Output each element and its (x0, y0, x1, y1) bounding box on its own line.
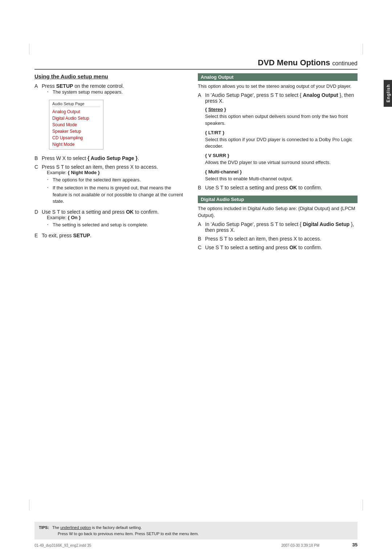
step-e-text: To exit, press SETUP. (42, 233, 91, 238)
footer-date: 2007-03-30 3:39:18 PM (281, 543, 319, 547)
analog-output-bar: Analog Output (198, 73, 358, 81)
step-c-example-line: Example: { Night Mode } (47, 170, 187, 175)
page-number: 35 (352, 542, 358, 547)
step-a-letter: A (34, 83, 40, 152)
step-b-content: Press W X to select { Audio Setup Page }… (42, 155, 187, 161)
content-area: DVD Menu Options continued Using the Aud… (34, 58, 358, 503)
bullet-dot-2: · (47, 176, 50, 183)
tips-line1: The underlined option is the factory def… (52, 525, 142, 530)
step-b-text: Press W X to select { Audio Setup Page }… (42, 155, 139, 161)
margin-line-bottom-right (363, 500, 363, 510)
analog-step-a-letter: A (198, 92, 203, 104)
step-d-text: Use S T to select a setting and press OK… (42, 209, 159, 215)
left-section-heading: Using the Audio setup menu (34, 73, 187, 79)
digital-step-b: B Press S T to select an item, then pres… (198, 236, 358, 242)
example-on: { On } (68, 215, 81, 220)
analog-step-b-text: Use S T to select a setting and press OK… (205, 185, 322, 190)
step-c: C Press S T to select an item, then pres… (34, 164, 187, 206)
ltrt-option: { LT/RT } Select this option if your DVD… (205, 130, 358, 150)
step-d-content: Use S T to select a setting and press OK… (42, 209, 187, 230)
analog-step-a: A In 'Audio Setup Page', press S T to se… (198, 92, 358, 104)
margin-line-top-right (363, 44, 363, 54)
vsurr-text: Allows the DVD player to use virtual sur… (205, 159, 358, 166)
right-column: Analog Output This option allows you to … (198, 73, 358, 253)
margin-line-bottom-left (29, 500, 29, 510)
digital-step-c: C Use S T to select a setting and press … (198, 245, 358, 250)
stereo-text: Select this option when output delivers … (205, 113, 358, 127)
menu-item-1: Analog Output (52, 108, 100, 115)
two-column-layout: Using the Audio setup menu A Press SETUP… (34, 73, 358, 253)
digital-step-a-text: In 'Audio Setup Page', press S T to sele… (205, 221, 354, 233)
footer-file-info: 01-49_dvp3166K_93_eng2.indd 35 (34, 543, 91, 547)
page-title-continued: continued (332, 60, 358, 66)
menu-item-3: Sound Mode (52, 122, 100, 128)
menu-table: Audio Setup Page Analog Output Digital A… (49, 100, 103, 149)
menu-item-5: CD Upsampling (52, 135, 100, 141)
digital-step-c-content: Use S T to select a setting and press OK… (205, 245, 358, 250)
menu-item-4: Speaker Setup (52, 128, 100, 135)
step-a: A Press SETUP on the remote control. · T… (34, 83, 187, 152)
menu-table-header: Audio Setup Page (52, 102, 100, 107)
vsurr-option: { V SURR } Allows the DVD player to use … (205, 153, 358, 166)
multichannel-text: Select this to enable Multi-channel outp… (205, 176, 358, 182)
stereo-option: { Stereo } Select this option when outpu… (205, 107, 358, 127)
step-b-letter: B (34, 155, 40, 161)
digital-step-b-text: Press S T to select an item, then press … (205, 236, 321, 242)
digital-step-b-content: Press S T to select an item, then press … (205, 236, 358, 242)
margin-line-top-left (29, 44, 29, 54)
multichannel-heading: { Multi-channel } (205, 169, 358, 175)
analog-step-b-letter: B (198, 185, 203, 190)
tips-underline: underlined option (60, 525, 91, 530)
page-title: DVD Menu Options continued (34, 58, 358, 70)
digital-step-c-letter: C (198, 245, 203, 250)
vsurr-heading: { V SURR } (205, 153, 358, 158)
digital-intro: The options included in Digital Audio Se… (198, 205, 358, 219)
tips-bar: TIPS: The underlined option is the facto… (34, 522, 358, 539)
tips-line2: Press W to go back to previous menu item… (58, 532, 199, 536)
digital-step-a-content: In 'Audio Setup Page', press S T to sele… (205, 221, 358, 233)
step-a-sub: · The system setup menu appears. (47, 89, 187, 95)
example-night-mode: { Night Mode } (68, 170, 100, 175)
menu-item-2: Digital Audio Setup (52, 115, 100, 122)
left-column: Using the Audio setup menu A Press SETUP… (34, 73, 187, 253)
bullet-dot-3: · (47, 184, 50, 205)
example-label-d: Example: (47, 215, 68, 220)
step-e-letter: E (34, 233, 40, 238)
step-d-letter: D (34, 209, 40, 230)
step-a-bold: SETUP (56, 83, 73, 89)
analog-step-a-content: In 'Audio Setup Page', press S T to sele… (205, 92, 358, 104)
multichannel-option: { Multi-channel } Select this to enable … (205, 169, 358, 182)
step-c-text: Press S T to select an item, then press … (42, 164, 158, 170)
bullet-dot: · (47, 88, 50, 95)
menu-item-6: Night Mode (52, 141, 100, 148)
page-container: English DVD Menu Options continued Using… (0, 0, 392, 554)
bullet-greyed-text: If the selection in the menu is greyed o… (53, 185, 187, 205)
analog-step-b: B Use S T to select a setting and press … (198, 185, 358, 190)
tips-label: TIPS: (39, 525, 49, 530)
step-a-content: Press SETUP on the remote control. · The… (42, 83, 187, 152)
step-d-example-line: Example: { On } (47, 215, 187, 220)
step-d: D Use S T to select a setting and press … (34, 209, 187, 230)
bullet-setting-complete: · The setting is selected and setup is c… (47, 222, 187, 228)
analog-step-a-text: In 'Audio Setup Page', press S T to sele… (205, 92, 354, 104)
analog-step-b-content: Use S T to select a setting and press OK… (205, 185, 358, 190)
ltrt-text: Select this option if your DVD player is… (205, 136, 358, 150)
step-c-letter: C (34, 164, 40, 206)
step-e-content: To exit, press SETUP. (42, 233, 187, 238)
digital-step-b-letter: B (198, 236, 203, 242)
bullet-options-text: The options for the selected item appear… (53, 177, 187, 183)
bullet-dot-4: · (47, 221, 50, 228)
bullet-greyed-out: · If the selection in the menu is greyed… (47, 185, 187, 205)
digital-audio-bar: Digital Audio Setup (198, 196, 358, 203)
step-a-sub-text: The system setup menu appears. (53, 89, 187, 95)
example-label-c: Example: (47, 170, 68, 175)
analog-intro: This option allows you to set the stereo… (198, 83, 358, 90)
stereo-heading: { Stereo } (205, 107, 358, 112)
page-title-text: DVD Menu Options (258, 58, 330, 67)
digital-step-c-text: Use S T to select a setting and press OK… (205, 245, 322, 250)
step-a-text: Press SETUP on the remote control. (42, 83, 124, 89)
step-e: E To exit, press SETUP. (34, 233, 187, 238)
digital-step-a: A In 'Audio Setup Page', press S T to se… (198, 221, 358, 233)
language-side-tab: English (384, 80, 392, 107)
digital-step-a-letter: A (198, 221, 203, 233)
